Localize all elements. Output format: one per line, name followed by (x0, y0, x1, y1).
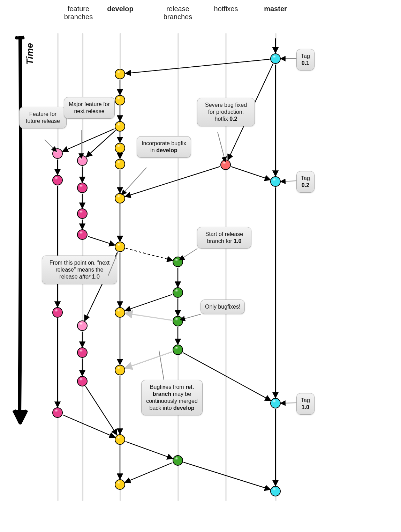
callout-tails (0, 0, 401, 532)
gitflow-diagram: featurebranches develop releasebranches … (0, 0, 401, 532)
